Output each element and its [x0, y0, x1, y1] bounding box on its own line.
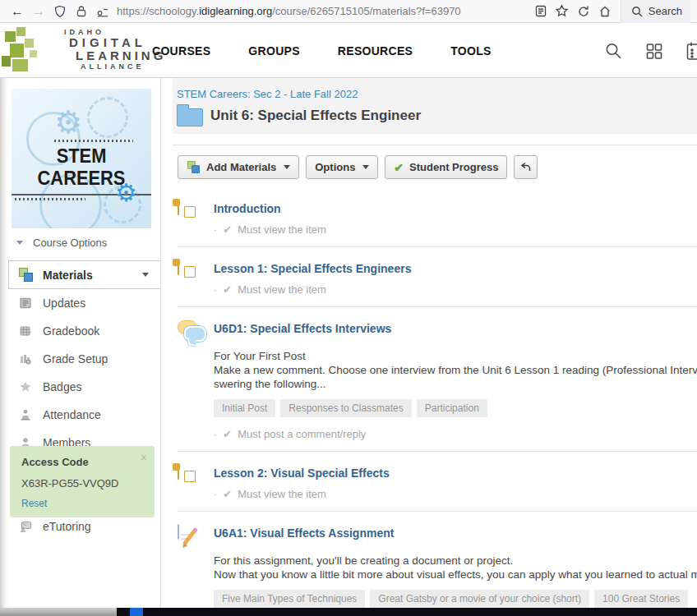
sidebar-item-label: Materials [43, 269, 93, 282]
sidebar-item-updates[interactable]: Updates [0, 289, 160, 317]
materials-icon [19, 268, 33, 282]
bookmark-star-icon[interactable] [552, 2, 573, 21]
chevron-down-icon [142, 273, 149, 277]
checkmark-icon: ✔ [223, 224, 232, 235]
course-sidebar: ⚙ STEM CAREERS ⚙ Course Options Material… [0, 78, 161, 608]
material-row-assignment-u6a1: U6A1: Visual Effects Assignment For this… [178, 512, 697, 608]
sidebar-item-badges[interactable]: Badges [0, 373, 160, 401]
home-icon[interactable] [594, 2, 616, 21]
updates-icon [18, 297, 32, 310]
browser-right-icons: Search [530, 0, 690, 23]
sidebar-item-label: Attendance [43, 408, 101, 421]
material-description: For Your First Post Make a new comment. … [214, 349, 697, 391]
bottom-screen-edge [0, 608, 697, 616]
lock-icon[interactable] [71, 2, 92, 21]
completion-requirement: ✔ Must view the item [214, 488, 697, 500]
material-link[interactable]: Lesson 2: Visual Special Effects [214, 467, 390, 480]
assignment-icon [178, 524, 179, 540]
chevron-down-icon [362, 165, 369, 169]
schoology-course-page: ← → https://schoology.idiglearning.org/c… [0, 0, 697, 616]
material-link[interactable]: U6D1: Special Effects Interviews [214, 322, 391, 335]
material-row-lesson2: Lesson 2: Visual Special Effects ✔ Must … [178, 452, 697, 512]
nav-resources[interactable]: RESOURCES [338, 44, 413, 57]
browser-toolbar: ← → https://schoology.idiglearning.org/c… [0, 0, 697, 23]
checkmark-icon: ✔ [223, 489, 232, 499]
grade-setup-icon [18, 352, 32, 366]
add-materials-icon [187, 161, 199, 172]
gradebook-icon [18, 324, 32, 338]
course-banner-image: ⚙ STEM CAREERS ⚙ [12, 89, 151, 228]
sidebar-item-attendance[interactable]: Attendance [0, 401, 160, 429]
material-link[interactable]: Introduction [214, 202, 281, 215]
add-materials-button[interactable]: Add Materials [178, 155, 299, 179]
options-label: Options [315, 161, 355, 173]
back-icon[interactable]: ← [7, 2, 28, 21]
etutoring-icon [18, 520, 32, 534]
access-code-title: Access Code [21, 456, 145, 468]
browser-search-label: Search [649, 5, 682, 17]
tag: Initial Post [214, 399, 275, 417]
attendance-icon [18, 408, 32, 422]
material-row-discussion-u6d1: U6D1: Special Effects Interviews For You… [178, 307, 697, 452]
nav-tools[interactable]: TOOLS [450, 44, 491, 57]
options-button[interactable]: Options [306, 155, 378, 179]
checkmark-icon: ✔ [223, 429, 232, 439]
refresh-icon[interactable] [573, 2, 594, 21]
search-icon[interactable] [604, 42, 622, 60]
sidebar-item-label: Updates [43, 297, 85, 310]
url-bar[interactable]: https://schoology.idiglearning.org/cours… [117, 5, 530, 17]
materials-list: Introduction ✔ Must view the item Lesson… [178, 187, 697, 608]
logo-blocks-icon [0, 25, 43, 76]
sidebar-item-materials[interactable]: Materials [8, 260, 160, 289]
tag: Great Gatsby or a movie of your choice (… [370, 590, 589, 608]
gear-icon: ⚙ [115, 181, 137, 205]
browser-search-bar[interactable]: Search [621, 0, 690, 23]
undo-button[interactable] [514, 155, 538, 179]
course-options-label: Course Options [33, 237, 107, 249]
breadcrumb[interactable]: STEM Careers: Sec 2 - Late Fall 2022 [177, 88, 358, 100]
material-description: For this assignment, you'll be creating … [214, 554, 697, 582]
completion-requirement: ✔ Must post a comment/reply [214, 428, 697, 440]
materials-toolbar: Add Materials Options ✔ Student Progress [178, 155, 697, 179]
grading-category-tags: Initial Post Responses to Classmates Par… [214, 399, 697, 417]
gear-icon: ⚙ [54, 107, 82, 138]
sidebar-item-label: Grade Setup [43, 352, 108, 365]
page-title: Unit 6: Special Effects Engineer [210, 108, 421, 124]
add-materials-label: Add Materials [206, 161, 276, 173]
checkmark-icon: ✔ [223, 284, 232, 295]
undo-icon [520, 162, 531, 172]
checkmark-icon: ✔ [394, 162, 404, 173]
shield-icon[interactable] [49, 2, 71, 21]
reader-mode-icon[interactable] [530, 2, 552, 21]
completion-requirement: ✔ Must view the item [214, 283, 697, 296]
content-area: ⚙ STEM CAREERS ⚙ Course Options Material… [0, 78, 697, 608]
folder-icon [177, 108, 203, 126]
access-code-reset-link[interactable]: Reset [21, 498, 145, 509]
sidebar-item-label: Badges [43, 380, 81, 393]
material-link[interactable]: U6A1: Visual Effects Assignment [214, 526, 394, 540]
sidebar-item-label: Gradebook [43, 324, 99, 338]
grading-category-tags: Five Main Types of Techniques Great Gats… [214, 590, 697, 608]
close-icon[interactable]: × [141, 452, 147, 463]
tag: Responses to Classmates [280, 399, 411, 417]
student-progress-label: Student Progress [409, 161, 498, 173]
material-row-introduction: Introduction ✔ Must view the item [178, 187, 697, 247]
idaho-digital-learning-logo[interactable]: IDAHO DIGITAL LEARNING ALLIANCE [0, 25, 166, 76]
sidebar-item-grade-setup[interactable]: Grade Setup [0, 345, 160, 373]
completion-requirement: ✔ Must view the item [214, 223, 697, 236]
forward-icon[interactable]: → [28, 2, 49, 21]
page-icon [178, 200, 179, 215]
student-progress-button[interactable]: ✔ Student Progress [385, 155, 507, 179]
main-nav: COURSES GROUPS RESOURCES TOOLS [152, 23, 492, 78]
sidebar-item-gradebook[interactable]: Gradebook [0, 317, 160, 345]
course-options-toggle[interactable]: Course Options [16, 237, 107, 249]
sidebar-item-label: eTutoring [43, 520, 91, 533]
container-tab-icon[interactable] [92, 2, 113, 21]
logo-text: IDAHO DIGITAL LEARNING ALLIANCE [44, 25, 166, 71]
nav-groups[interactable]: GROUPS [248, 44, 299, 57]
nav-courses[interactable]: COURSES [152, 44, 210, 57]
apps-grid-icon[interactable] [645, 42, 663, 60]
calendar-icon[interactable] [686, 41, 697, 61]
material-link[interactable]: Lesson 1: Special Effects Engineers [214, 262, 411, 275]
tag: Five Main Types of Techniques [214, 590, 365, 608]
